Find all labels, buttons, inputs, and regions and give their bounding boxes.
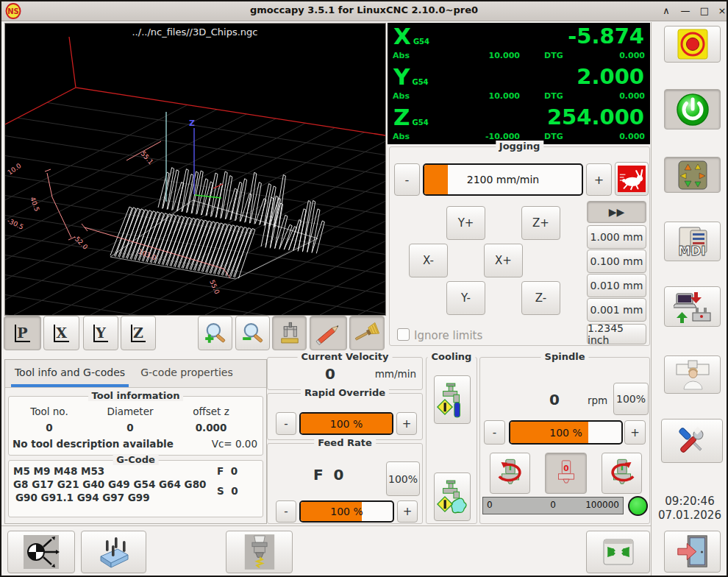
jog-speed-slider[interactable]: 2100 mm/min <box>423 163 583 196</box>
rapid-override-value: 100 % <box>301 414 392 433</box>
increment-001mm-button[interactable]: 0.010 mm <box>587 274 646 297</box>
spindle-minus-button[interactable]: - <box>484 420 505 445</box>
view-x-button[interactable]: X <box>43 316 79 350</box>
spindle-rpm-value: 0 <box>536 391 573 408</box>
manual-mode-button[interactable] <box>664 157 721 193</box>
speed-word: S 0 <box>217 485 238 497</box>
maximize-icon[interactable]: □ <box>697 4 712 18</box>
jog-speed-minus-button[interactable]: - <box>394 163 420 196</box>
vc-value: Vc= 0.00 <box>212 438 257 450</box>
tool-panel-tabbar: Tool info and G-codes G-code properties <box>5 360 266 388</box>
tool-description: No tool description available <box>13 438 174 450</box>
user-tabs-button[interactable] <box>664 355 721 394</box>
emergency-stop-button[interactable] <box>664 26 721 63</box>
rapid-override-slider[interactable]: 100 % <box>299 412 393 435</box>
zoom-in-icon <box>201 320 229 347</box>
exit-door-icon <box>674 534 711 570</box>
toolpath <box>110 168 324 278</box>
feed-minus-button[interactable]: - <box>276 500 296 523</box>
shade-icon[interactable]: ∧ <box>659 4 674 18</box>
power-icon <box>676 93 710 127</box>
rapid-minus-button[interactable]: - <box>276 412 296 435</box>
flood-coolant-button[interactable] <box>434 375 471 424</box>
fullscreen-icon <box>599 536 638 568</box>
close-icon[interactable]: × <box>715 4 728 18</box>
clear-plot-button[interactable] <box>349 316 385 350</box>
tool-panel-notebook: Tool info and G-codes G-code properties … <box>4 359 267 524</box>
jog-z-plus-button[interactable]: Z+ <box>521 206 560 240</box>
view-z-button[interactable]: Z <box>121 316 156 350</box>
jog-x-minus-button[interactable]: X- <box>409 244 448 277</box>
dro-axis-x[interactable]: XG54 -5.874 Abs10.000DTG0.000 <box>388 23 650 63</box>
gcode-frame: G-Code M5 M9 M48 M53 F 0 G8 G17 G21 G40 … <box>8 460 263 517</box>
diameter-header: Diameter <box>90 406 171 417</box>
flood-icon <box>437 379 468 420</box>
settings-button[interactable] <box>661 419 723 463</box>
spindle-plus-button[interactable]: + <box>624 420 646 445</box>
spindle-cw-button[interactable]: I <box>602 453 642 494</box>
velocity-value: 0 <box>312 365 349 383</box>
dro-axis-z[interactable]: ZG54 254.000 Abs-10.000DTG0.000 <box>388 104 650 144</box>
zoom-in-button[interactable] <box>198 316 232 350</box>
tab-gcode-properties[interactable]: G-code properties <box>132 360 242 384</box>
jog-speed-value: 2100 mm/min <box>424 165 582 194</box>
rabbit-icon <box>618 165 646 193</box>
titlebar[interactable]: NS gmoccapy 3.5.1 for LinuxCNC 2.10.0~pr… <box>1 1 727 21</box>
clock-date: 07.01.2026 <box>652 509 728 522</box>
dro-panel: XG54 -5.874 Abs10.000DTG0.000 YG54 2.000… <box>388 23 650 144</box>
view-perspective-button[interactable]: P <box>4 316 41 350</box>
rapid-plus-button[interactable]: + <box>396 412 417 435</box>
mist-coolant-button[interactable] <box>434 472 471 521</box>
jog-y-plus-button[interactable]: Y+ <box>446 206 485 240</box>
auto-mode-button[interactable] <box>664 286 721 327</box>
zoom-out-button[interactable] <box>235 316 270 350</box>
jog-x-plus-button[interactable]: X+ <box>484 244 523 277</box>
feed-word: F 0 <box>217 465 238 477</box>
block-height-button[interactable] <box>81 531 146 573</box>
active-gcodes-2: G90 G91.1 G94 G97 G99 <box>15 492 150 503</box>
increment-01mm-button[interactable]: 0.100 mm <box>587 249 646 273</box>
machine-on-button[interactable] <box>664 89 721 130</box>
spindle-stop-button[interactable]: 0 <box>545 453 587 494</box>
spindle-reset-button[interactable]: 100% <box>613 383 649 415</box>
jog-y-minus-button[interactable]: Y- <box>446 281 485 315</box>
increment-0001mm-button[interactable]: 0.001 mm <box>587 298 646 322</box>
preview-grid <box>5 24 385 315</box>
jogging-title: Jogging <box>496 141 543 152</box>
view-y-button[interactable]: Y <box>83 316 118 350</box>
tab-tool-info[interactable]: Tool info and G-codes <box>11 360 129 387</box>
tool-no-header: Tool no. <box>9 406 90 417</box>
increment-1mm-button[interactable]: 1.000 mm <box>587 225 646 249</box>
dro-y-value: 2.000 <box>577 64 644 89</box>
fullscreen-button[interactable] <box>586 531 650 573</box>
touch-off-button[interactable] <box>7 531 75 573</box>
jog-z-minus-button[interactable]: Z- <box>521 281 560 315</box>
spindle-override-slider[interactable]: 100 % <box>509 420 623 445</box>
feed-reset-button[interactable]: 100% <box>386 461 420 496</box>
feed-override-slider[interactable]: 100 % <box>299 500 394 523</box>
turtle-rabbit-toggle-button[interactable] <box>615 162 649 196</box>
tools-icon <box>671 422 713 460</box>
spindle-ccw-button[interactable]: I <box>490 453 530 494</box>
ignore-limits-checkbox[interactable] <box>397 328 410 341</box>
mdi-mode-button[interactable]: MDI <box>664 222 721 261</box>
z-axis-label: Z <box>189 118 195 128</box>
auto-mode-icon <box>674 289 712 325</box>
gremlin-preview[interactable]: Z 10.0 40.5 -30.5 -52.0 55.1 103.0 55.0 … <box>4 23 386 316</box>
jog-speed-plus-button[interactable]: + <box>586 163 612 196</box>
svg-text:-30.5: -30.5 <box>6 217 24 231</box>
touch-plate-icon <box>95 534 133 570</box>
toolpath-clamp-button[interactable] <box>272 316 307 350</box>
spindle-rpm-unit: rpm <box>588 394 607 406</box>
exit-button[interactable] <box>664 531 721 573</box>
increment-rapid-button[interactable]: ▶▶ <box>587 201 646 223</box>
minimize-icon[interactable]: — <box>678 4 693 18</box>
tool-information-frame: Tool information Tool no. Diameter offse… <box>8 396 263 456</box>
increment-inch-button[interactable]: 1.2345 inch <box>587 324 646 344</box>
feed-plus-button[interactable]: + <box>397 500 418 523</box>
operator-desk-icon <box>674 358 712 391</box>
tool-change-button[interactable] <box>226 531 293 573</box>
dro-axis-y[interactable]: YG54 2.000 Abs10.000DTG0.000 <box>388 63 650 104</box>
dimensions-pencil-button[interactable] <box>310 316 347 350</box>
feed-f-word: F 0 <box>313 466 344 484</box>
